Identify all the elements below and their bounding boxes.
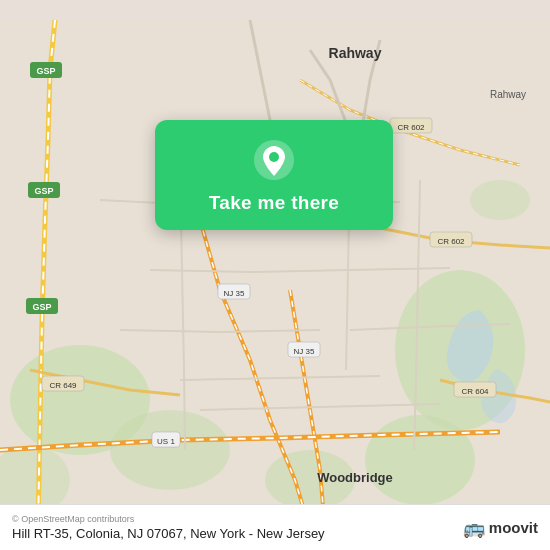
location-pin-icon xyxy=(252,138,296,182)
svg-text:GSP: GSP xyxy=(36,66,55,76)
map-container: GSP GSP GSP CR 602 CR 602 CR 649 CR 604 … xyxy=(0,0,550,550)
svg-text:GSP: GSP xyxy=(32,302,51,312)
svg-text:CR 602: CR 602 xyxy=(437,237,465,246)
svg-text:NJ 35: NJ 35 xyxy=(294,347,315,356)
svg-point-4 xyxy=(110,410,230,490)
svg-text:Rahway: Rahway xyxy=(329,45,382,61)
map-attribution: © OpenStreetMap contributors xyxy=(12,514,325,524)
svg-point-7 xyxy=(470,180,530,220)
svg-point-32 xyxy=(269,152,279,162)
svg-point-3 xyxy=(365,415,475,505)
address-label: Hill RT-35, Colonia, NJ 07067, New York … xyxy=(12,526,325,541)
map-background: GSP GSP GSP CR 602 CR 602 CR 649 CR 604 … xyxy=(0,0,550,550)
svg-text:Rahway: Rahway xyxy=(490,89,526,100)
take-me-there-button[interactable]: Take me there xyxy=(209,192,339,214)
bottom-info: © OpenStreetMap contributors Hill RT-35,… xyxy=(12,514,325,541)
bottom-bar: © OpenStreetMap contributors Hill RT-35,… xyxy=(0,504,550,550)
location-card: Take me there xyxy=(155,120,393,230)
moovit-logo: 🚌 moovit xyxy=(463,517,538,539)
svg-text:Woodbridge: Woodbridge xyxy=(317,470,393,485)
svg-text:US 1: US 1 xyxy=(157,437,175,446)
svg-text:NJ 35: NJ 35 xyxy=(224,289,245,298)
bus-icon: 🚌 xyxy=(463,517,485,539)
svg-text:GSP: GSP xyxy=(34,186,53,196)
svg-text:CR 649: CR 649 xyxy=(49,381,77,390)
moovit-logo-text: moovit xyxy=(489,519,538,536)
svg-text:CR 602: CR 602 xyxy=(397,123,425,132)
svg-text:CR 604: CR 604 xyxy=(461,387,489,396)
